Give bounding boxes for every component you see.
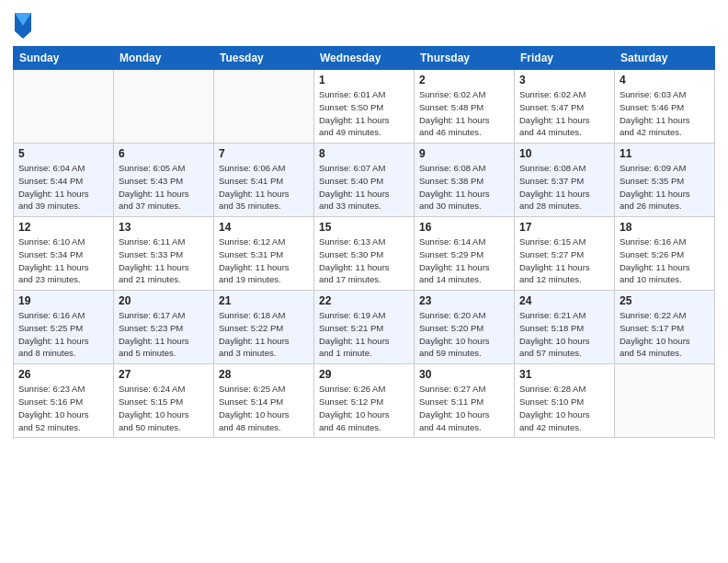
- day-number: 28: [219, 368, 309, 381]
- day-number: 3: [519, 74, 609, 86]
- day-info: Sunrise: 6:24 AM Sunset: 5:15 PM Dayligh…: [119, 383, 209, 433]
- day-info: Sunrise: 6:13 AM Sunset: 5:30 PM Dayligh…: [319, 236, 409, 286]
- day-info: Sunrise: 6:28 AM Sunset: 5:10 PM Dayligh…: [519, 383, 609, 433]
- calendar-day-header: Wednesday: [314, 47, 415, 70]
- calendar-cell: 12Sunrise: 6:10 AM Sunset: 5:34 PM Dayli…: [14, 217, 114, 291]
- calendar-cell: 15Sunrise: 6:13 AM Sunset: 5:30 PM Dayli…: [314, 217, 415, 291]
- day-number: 17: [519, 221, 609, 234]
- calendar-week-row: 26Sunrise: 6:23 AM Sunset: 5:16 PM Dayli…: [14, 364, 715, 438]
- day-info: Sunrise: 6:05 AM Sunset: 5:43 PM Dayligh…: [119, 162, 209, 213]
- calendar-cell: 22Sunrise: 6:19 AM Sunset: 5:21 PM Dayli…: [314, 291, 415, 364]
- day-info: Sunrise: 6:25 AM Sunset: 5:14 PM Dayligh…: [219, 383, 309, 433]
- calendar-cell: 29Sunrise: 6:26 AM Sunset: 5:12 PM Dayli…: [314, 364, 415, 438]
- calendar-cell: 25Sunrise: 6:22 AM Sunset: 5:17 PM Dayli…: [615, 291, 715, 364]
- day-info: Sunrise: 6:20 AM Sunset: 5:20 PM Dayligh…: [419, 309, 509, 360]
- day-info: Sunrise: 6:26 AM Sunset: 5:12 PM Dayligh…: [319, 383, 409, 433]
- logo-icon: [15, 13, 31, 39]
- calendar-day-header: Saturday: [615, 47, 715, 70]
- day-info: Sunrise: 6:01 AM Sunset: 5:50 PM Dayligh…: [319, 88, 409, 139]
- calendar-cell: 8Sunrise: 6:07 AM Sunset: 5:40 PM Daylig…: [314, 144, 415, 217]
- day-number: 10: [519, 147, 609, 160]
- day-number: 1: [319, 74, 409, 86]
- calendar-cell: 4Sunrise: 6:03 AM Sunset: 5:46 PM Daylig…: [615, 70, 715, 144]
- calendar-cell: 26Sunrise: 6:23 AM Sunset: 5:16 PM Dayli…: [14, 364, 114, 438]
- day-number: 19: [18, 294, 108, 307]
- logo: [13, 13, 35, 39]
- calendar-cell: 19Sunrise: 6:16 AM Sunset: 5:25 PM Dayli…: [14, 291, 114, 364]
- calendar-cell: [14, 70, 114, 144]
- day-info: Sunrise: 6:14 AM Sunset: 5:29 PM Dayligh…: [419, 236, 509, 286]
- day-info: Sunrise: 6:16 AM Sunset: 5:26 PM Dayligh…: [620, 236, 710, 286]
- calendar-day-header: Friday: [515, 47, 615, 70]
- day-info: Sunrise: 6:08 AM Sunset: 5:37 PM Dayligh…: [519, 162, 609, 213]
- day-info: Sunrise: 6:21 AM Sunset: 5:18 PM Dayligh…: [519, 309, 609, 360]
- day-number: 5: [18, 147, 108, 160]
- day-number: 22: [319, 294, 409, 307]
- day-number: 16: [419, 221, 509, 234]
- calendar-week-row: 1Sunrise: 6:01 AM Sunset: 5:50 PM Daylig…: [14, 70, 715, 144]
- day-number: 31: [519, 368, 609, 381]
- day-number: 29: [319, 368, 409, 381]
- day-number: 25: [620, 294, 710, 307]
- calendar-cell: 24Sunrise: 6:21 AM Sunset: 5:18 PM Dayli…: [515, 291, 615, 364]
- day-number: 8: [319, 147, 409, 160]
- calendar-cell: 16Sunrise: 6:14 AM Sunset: 5:29 PM Dayli…: [415, 217, 515, 291]
- header: [13, 9, 715, 39]
- day-info: Sunrise: 6:22 AM Sunset: 5:17 PM Dayligh…: [620, 309, 710, 360]
- calendar-cell: 20Sunrise: 6:17 AM Sunset: 5:23 PM Dayli…: [114, 291, 214, 364]
- calendar-day-header: Thursday: [415, 47, 515, 70]
- day-info: Sunrise: 6:12 AM Sunset: 5:31 PM Dayligh…: [219, 236, 309, 286]
- calendar-cell: 17Sunrise: 6:15 AM Sunset: 5:27 PM Dayli…: [515, 217, 615, 291]
- day-number: 13: [119, 221, 209, 234]
- page: SundayMondayTuesdayWednesdayThursdayFrid…: [0, 0, 728, 563]
- day-number: 2: [419, 74, 509, 86]
- day-number: 9: [419, 147, 509, 160]
- day-info: Sunrise: 6:02 AM Sunset: 5:47 PM Dayligh…: [519, 88, 609, 139]
- calendar-cell: [214, 70, 314, 144]
- calendar-cell: 30Sunrise: 6:27 AM Sunset: 5:11 PM Dayli…: [415, 364, 515, 438]
- calendar-cell: 11Sunrise: 6:09 AM Sunset: 5:35 PM Dayli…: [615, 144, 715, 217]
- day-info: Sunrise: 6:15 AM Sunset: 5:27 PM Dayligh…: [519, 236, 609, 286]
- calendar-week-row: 5Sunrise: 6:04 AM Sunset: 5:44 PM Daylig…: [14, 144, 715, 217]
- day-number: 26: [18, 368, 108, 381]
- calendar-cell: 7Sunrise: 6:06 AM Sunset: 5:41 PM Daylig…: [214, 144, 314, 217]
- calendar-day-header: Sunday: [14, 47, 114, 70]
- calendar-week-row: 19Sunrise: 6:16 AM Sunset: 5:25 PM Dayli…: [14, 291, 715, 364]
- calendar-header-row: SundayMondayTuesdayWednesdayThursdayFrid…: [14, 47, 715, 70]
- calendar-cell: [615, 364, 715, 438]
- day-info: Sunrise: 6:07 AM Sunset: 5:40 PM Dayligh…: [319, 162, 409, 213]
- day-info: Sunrise: 6:04 AM Sunset: 5:44 PM Dayligh…: [18, 162, 108, 213]
- day-info: Sunrise: 6:10 AM Sunset: 5:34 PM Dayligh…: [18, 236, 108, 286]
- day-info: Sunrise: 6:17 AM Sunset: 5:23 PM Dayligh…: [119, 309, 209, 360]
- day-info: Sunrise: 6:27 AM Sunset: 5:11 PM Dayligh…: [419, 383, 509, 433]
- calendar-cell: 27Sunrise: 6:24 AM Sunset: 5:15 PM Dayli…: [114, 364, 214, 438]
- calendar-cell: 6Sunrise: 6:05 AM Sunset: 5:43 PM Daylig…: [114, 144, 214, 217]
- calendar-cell: 23Sunrise: 6:20 AM Sunset: 5:20 PM Dayli…: [415, 291, 515, 364]
- day-number: 7: [219, 147, 309, 160]
- day-number: 23: [419, 294, 509, 307]
- day-info: Sunrise: 6:23 AM Sunset: 5:16 PM Dayligh…: [18, 383, 108, 433]
- calendar-cell: 31Sunrise: 6:28 AM Sunset: 5:10 PM Dayli…: [515, 364, 615, 438]
- day-info: Sunrise: 6:06 AM Sunset: 5:41 PM Dayligh…: [219, 162, 309, 213]
- day-number: 11: [620, 147, 710, 160]
- day-number: 30: [419, 368, 509, 381]
- calendar-cell: 18Sunrise: 6:16 AM Sunset: 5:26 PM Dayli…: [615, 217, 715, 291]
- day-info: Sunrise: 6:16 AM Sunset: 5:25 PM Dayligh…: [18, 309, 108, 360]
- day-number: 24: [519, 294, 609, 307]
- calendar-cell: 1Sunrise: 6:01 AM Sunset: 5:50 PM Daylig…: [314, 70, 415, 144]
- day-number: 21: [219, 294, 309, 307]
- calendar-day-header: Monday: [114, 47, 214, 70]
- calendar-cell: 28Sunrise: 6:25 AM Sunset: 5:14 PM Dayli…: [214, 364, 314, 438]
- calendar-cell: 9Sunrise: 6:08 AM Sunset: 5:38 PM Daylig…: [415, 144, 515, 217]
- calendar-cell: [114, 70, 214, 144]
- day-info: Sunrise: 6:11 AM Sunset: 5:33 PM Dayligh…: [119, 236, 209, 286]
- day-info: Sunrise: 6:09 AM Sunset: 5:35 PM Dayligh…: [620, 162, 710, 213]
- day-number: 27: [119, 368, 209, 381]
- calendar-cell: 5Sunrise: 6:04 AM Sunset: 5:44 PM Daylig…: [14, 144, 114, 217]
- calendar-cell: 3Sunrise: 6:02 AM Sunset: 5:47 PM Daylig…: [515, 70, 615, 144]
- day-info: Sunrise: 6:19 AM Sunset: 5:21 PM Dayligh…: [319, 309, 409, 360]
- calendar-table: SundayMondayTuesdayWednesdayThursdayFrid…: [13, 46, 715, 438]
- calendar-cell: 2Sunrise: 6:02 AM Sunset: 5:48 PM Daylig…: [415, 70, 515, 144]
- calendar-cell: 13Sunrise: 6:11 AM Sunset: 5:33 PM Dayli…: [114, 217, 214, 291]
- day-info: Sunrise: 6:18 AM Sunset: 5:22 PM Dayligh…: [219, 309, 309, 360]
